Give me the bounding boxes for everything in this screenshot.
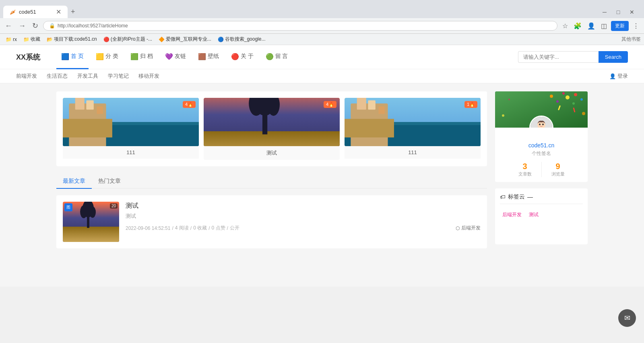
svg-rect-18: [357, 98, 366, 110]
article-excerpt-0: 测试: [126, 213, 481, 220]
guestbook-icon: 🟢: [266, 53, 274, 60]
profile-bio: 个性签名: [500, 150, 583, 157]
featured-img-1: 4🔥: [204, 98, 340, 146]
bookmark-rx[interactable]: 📁 rx: [3, 36, 19, 43]
tab-title: code51: [19, 9, 53, 15]
article-collects-0: 0 收藏: [193, 225, 207, 231]
login-icon: 👤: [609, 73, 616, 79]
separator-1: /: [172, 225, 173, 231]
nav-friends-label: 友链: [175, 53, 186, 60]
tag-cloud-header: 🏷 标签云 —: [500, 193, 583, 204]
tag-cloud-separator: —: [527, 194, 533, 200]
article-tag-0[interactable]: ⬡ 后端开发: [456, 225, 481, 231]
svg-point-39: [508, 99, 510, 100]
forward-button[interactable]: →: [17, 21, 27, 31]
bookmark-star-button[interactable]: ☆: [561, 21, 570, 31]
tag-cloud-card: 🏷 标签云 — 后端开发 测试: [495, 188, 588, 244]
article-reads-0: 4 阅读: [175, 225, 189, 231]
svg-rect-23: [63, 227, 119, 242]
profile-name[interactable]: code51.cn: [500, 142, 583, 149]
article-date-0: 2022-09-06 14:52:51: [126, 225, 170, 231]
bookmark-favorites-icon: 📁: [23, 37, 29, 42]
tag-item-0[interactable]: 后端开发: [500, 211, 524, 236]
featured-img-2: 1🔥: [345, 98, 481, 146]
back-button[interactable]: ←: [3, 21, 14, 31]
nav-archive[interactable]: 🟩 归 档: [126, 45, 158, 69]
tag-cloud-content: 后端开发 测试: [500, 207, 583, 240]
profile-button[interactable]: 👤: [586, 21, 597, 31]
svg-rect-19: [368, 100, 375, 110]
menu-button[interactable]: ⋮: [631, 21, 641, 31]
subnav-life[interactable]: 生活百态: [47, 72, 68, 80]
svg-rect-9: [204, 131, 340, 146]
sidebar-toggle-button[interactable]: ◫: [599, 21, 609, 31]
secure-icon: 🔒: [49, 23, 55, 29]
maximize-button[interactable]: □: [613, 6, 624, 18]
svg-point-35: [556, 100, 559, 103]
featured-title-1: 测试: [204, 146, 340, 160]
subnav-mobile[interactable]: 移动开发: [138, 72, 159, 80]
article-tabs: 最新文章 热门文章: [56, 174, 487, 189]
subnav-frontend[interactable]: 前端开发: [16, 72, 37, 80]
separator-4: /: [227, 225, 228, 231]
svg-rect-6: [97, 107, 103, 114]
svg-point-36: [572, 102, 575, 105]
stat-articles: 3 文章数: [518, 162, 532, 177]
nav-about-label: 关 于: [241, 53, 254, 60]
wallpaper-icon: 🟫: [198, 53, 206, 60]
nav-home[interactable]: 🟦 首 页: [56, 45, 89, 69]
archive-icon: 🟩: [130, 53, 138, 60]
stat-divider: [541, 162, 542, 177]
login-link[interactable]: 👤 登录: [609, 72, 628, 80]
bookmark-google[interactable]: 🔵 谷歌搜索_google...: [215, 35, 268, 43]
bookmark-favorites[interactable]: 📁 收藏: [21, 35, 43, 43]
search-input[interactable]: [518, 51, 599, 63]
nav-home-label: 首 页: [71, 53, 84, 60]
tag-item-1[interactable]: 测试: [526, 211, 541, 236]
featured-card-2[interactable]: 1🔥 111: [345, 98, 481, 160]
profile-stats: 3 文章数 9 浏览量: [500, 162, 583, 177]
svg-point-46: [542, 124, 544, 125]
update-button[interactable]: 更新: [611, 21, 629, 31]
nav-category[interactable]: 🟨 分 类: [91, 45, 123, 69]
about-icon: 🔴: [231, 53, 239, 60]
bookmark-project[interactable]: 📂 项目下载:code51.cn: [44, 35, 99, 43]
close-window-button[interactable]: ✕: [626, 6, 638, 18]
article-title-0[interactable]: 测试: [126, 202, 481, 210]
featured-card-0[interactable]: 4🔥 111: [63, 98, 199, 160]
reload-button[interactable]: ↻: [31, 21, 40, 31]
minimize-button[interactable]: ─: [599, 6, 610, 18]
site-logo[interactable]: XX系统: [16, 52, 40, 62]
tab-popular[interactable]: 热门文章: [92, 174, 127, 189]
article-thumb-0[interactable]: 图 20: [63, 202, 119, 242]
nav-wallpaper[interactable]: 🟫 壁纸: [193, 45, 224, 69]
nav-about[interactable]: 🔴 关 于: [226, 45, 258, 69]
search-button[interactable]: Search: [599, 51, 628, 63]
extensions-button[interactable]: 🧩: [572, 21, 583, 31]
svg-rect-20: [379, 107, 385, 114]
profile-banner: [495, 91, 588, 128]
tab-latest[interactable]: 最新文章: [56, 174, 92, 189]
nav-friends[interactable]: 💜 友链: [160, 45, 191, 69]
tab-favicon: 🌶: [10, 8, 16, 15]
tab-close-btn[interactable]: ✕: [56, 8, 61, 16]
svg-point-37: [502, 114, 504, 117]
page-wrapper: XX系统 🟦 首 页 🟨 分 类 🟩 归 档 💜 友链 🟫 壁纸: [0, 45, 644, 287]
subnav-notes[interactable]: 学习笔记: [108, 72, 129, 80]
bookmark-more[interactable]: 其他书签: [621, 36, 641, 43]
featured-badge-2: 1🔥: [464, 101, 477, 108]
new-tab-button[interactable]: +: [68, 6, 78, 18]
featured-card-1[interactable]: 4🔥 测试: [204, 98, 340, 160]
address-bar[interactable]: 🔒 http://localhost:9527/articleHome: [43, 21, 557, 31]
friends-icon: 💜: [165, 53, 173, 60]
bookmark-ripro[interactable]: 🔴 (全新)RiPro主题 -...: [101, 35, 155, 43]
nav-category-label: 分 类: [105, 53, 118, 60]
bookmark-aiwei[interactable]: 🔶 爱微网_互联网专业...: [156, 35, 214, 43]
svg-point-32: [580, 98, 583, 101]
site-header: XX系统 🟦 首 页 🟨 分 类 🟩 归 档 💜 友链 🟫 壁纸: [0, 45, 644, 69]
browser-tab[interactable]: 🌶 code51 ✕: [3, 6, 68, 18]
profile-body: code51.cn 个性签名 3 文章数 9 浏览量: [495, 128, 588, 182]
nav-guestbook[interactable]: 🟢 留 言: [261, 45, 293, 69]
subnav-tools[interactable]: 开发工具: [77, 72, 98, 80]
bookmark-ripro-icon: 🔴: [103, 37, 109, 42]
